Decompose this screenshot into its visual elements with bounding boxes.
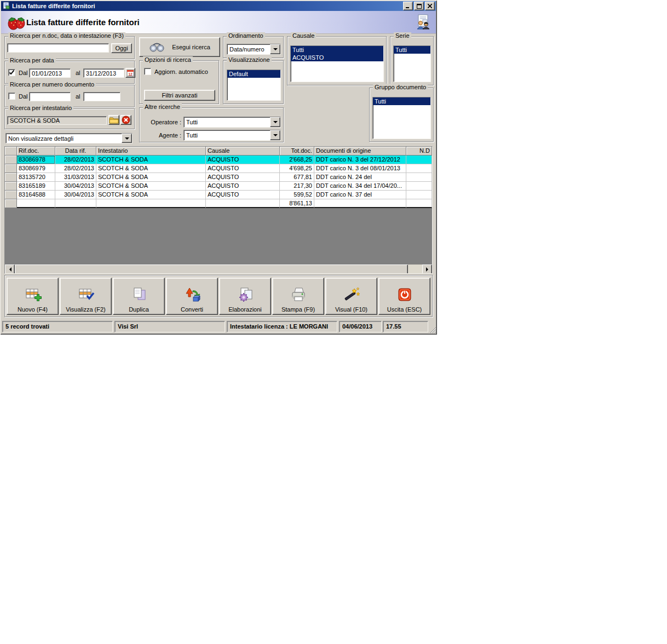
copy-icon [130, 285, 148, 304]
table-row[interactable]: 8308697928/02/2013SCOTCH & SODAACQUISTO4… [5, 164, 432, 173]
ordinamento-group-label: Ordinamento [227, 32, 265, 39]
browse-holder-button[interactable] [108, 115, 119, 125]
table-cell: DDT carico N. 37 del [314, 191, 406, 199]
ordinamento-combobox[interactable]: Data/numero [227, 44, 281, 55]
table-cell: 677,81 [280, 173, 314, 182]
row-header-cell[interactable] [5, 191, 17, 199]
list-item[interactable]: Tutti [373, 97, 430, 105]
table-row[interactable]: 8313572031/03/2013SCOTCH & SODAACQUISTO6… [5, 173, 432, 182]
column-header-tot-doc[interactable]: Tot.doc. [280, 147, 314, 156]
visualizzazione-group-label: Visualizzazione [227, 56, 272, 63]
toolbar-button-nuovo-f4[interactable]: Nuovo (F4) [7, 278, 59, 315]
column-header-rif-doc[interactable]: Rif.doc. [17, 147, 55, 156]
row-header-cell[interactable] [5, 173, 17, 182]
table-row[interactable]: 8316458830/04/2013SCOTCH & SODAACQUISTO5… [5, 191, 432, 199]
date-from-input[interactable] [29, 68, 71, 78]
row-header-cell[interactable] [5, 182, 17, 191]
auto-refresh-checkbox[interactable] [144, 68, 151, 75]
scrollbar-thumb[interactable] [15, 264, 408, 274]
agente-combobox[interactable]: Tutti [183, 130, 281, 141]
table-cell: DDT carico N. 3 del 27/12/2012 [314, 156, 406, 164]
row-header-cell[interactable] [5, 156, 17, 164]
column-header-causale[interactable]: Causale [206, 147, 280, 156]
table-cell [406, 182, 432, 191]
table-cell: 8'861,13 [280, 199, 314, 208]
date-to-input[interactable] [83, 68, 124, 78]
table-cell: DDT carico N. 24 del [314, 173, 406, 182]
column-header-documenti-di-origine[interactable]: Documenti di origine [314, 147, 406, 156]
page-title: Lista fatture differite fornitori [26, 18, 140, 27]
date-range-checkbox[interactable] [8, 69, 15, 76]
chevron-down-icon[interactable] [122, 134, 132, 143]
gruppo-documento-listbox[interactable]: Tutti [372, 97, 431, 139]
table-row[interactable]: 8'861,13 [5, 199, 432, 208]
search-doc-input[interactable] [7, 43, 109, 53]
chevron-down-icon[interactable] [270, 44, 280, 54]
row-header-cell[interactable] [5, 199, 17, 208]
calendar-icon: 12 [127, 69, 134, 77]
number-to-input[interactable] [83, 92, 120, 101]
esegui-ricerca-button[interactable]: Esegui ricerca [139, 37, 220, 57]
status-date: 04/06/2013 [339, 321, 382, 332]
list-item[interactable]: Tutti [394, 46, 430, 54]
calendar-button[interactable]: 12 [125, 68, 135, 78]
toolbar-button-visual-f10[interactable]: Visual (F10) [325, 278, 377, 315]
close-button[interactable] [425, 2, 435, 10]
clear-holder-button[interactable] [120, 115, 131, 125]
toolbar-button-converti[interactable]: Converti [166, 278, 218, 315]
visualizzazione-listbox[interactable]: Default [227, 70, 281, 101]
column-header-data-rif[interactable]: Data rif. [55, 147, 96, 156]
table-cell: 83164588 [17, 191, 55, 199]
number-dal-label: Dal [19, 93, 28, 100]
table-cell: 31/03/2013 [55, 173, 96, 182]
scrollbar-track[interactable] [408, 264, 422, 273]
list-item[interactable]: Default [227, 70, 280, 78]
toolbar-button-uscita-esc[interactable]: Uscita (ESC) [378, 278, 430, 315]
toolbar-button-elaborazioni[interactable]: Elaborazioni [219, 278, 271, 315]
number-from-input[interactable] [29, 92, 71, 101]
table-cell: 83086979 [17, 164, 55, 173]
list-item[interactable]: ACQUISTO [291, 54, 383, 61]
causale-listbox[interactable]: TuttiACQUISTO [290, 45, 384, 82]
minimize-button[interactable] [403, 2, 413, 10]
convert-icon [183, 285, 201, 304]
today-button[interactable]: Oggi [111, 43, 132, 53]
search-doc-group: Ricerca per n.doc, data o intestazione (… [4, 36, 135, 59]
list-item[interactable]: Tutti [291, 46, 383, 54]
number-range-checkbox[interactable] [8, 93, 15, 100]
filtri-avanzati-button[interactable]: Filtri avanzati [144, 90, 215, 101]
causale-group-label: Causale [291, 32, 316, 39]
horizontal-scrollbar[interactable] [5, 264, 432, 273]
customers-icon[interactable] [414, 14, 430, 31]
table-row[interactable]: 8316518930/04/2013SCOTCH & SODAACQUISTO2… [5, 182, 432, 191]
search-date-group: Ricerca per data Dal al 12 [4, 61, 135, 84]
grid-header-row: Rif.doc.Data rif.IntestatarioCausaleTot.… [5, 147, 432, 156]
resize-grip[interactable] [429, 326, 436, 334]
row-header-cell[interactable] [5, 164, 17, 173]
gruppo-documento-group-label: Gruppo documento [373, 84, 428, 90]
toolbar-button-label: Visual (F10) [335, 306, 367, 313]
search-number-group-label: Ricerca per numero documento [8, 81, 96, 88]
maximize-button[interactable] [414, 2, 424, 10]
table-cell: 83086978 [17, 156, 55, 164]
scroll-right-icon[interactable] [422, 264, 432, 274]
table-cell: 30/04/2013 [55, 191, 96, 199]
chevron-down-icon[interactable] [270, 130, 280, 140]
toolbar-button-stampa-f9[interactable]: Stampa (F9) [272, 278, 324, 315]
details-combobox[interactable]: Non visualizzare dettagli [5, 133, 133, 143]
serie-listbox[interactable]: Tutti [393, 45, 431, 82]
column-header-intestatario[interactable]: Intestatario [96, 147, 206, 156]
table-cell [96, 199, 206, 208]
table-row[interactable]: 8308697828/02/2013SCOTCH & SODAACQUISTO2… [5, 156, 432, 164]
column-header-n-d[interactable]: N.D [406, 147, 432, 156]
toolbar-button-duplica[interactable]: Duplica [113, 278, 165, 315]
grid-add-icon [24, 285, 42, 304]
table-cell: ACQUISTO [206, 156, 280, 164]
holder-input[interactable] [7, 116, 107, 125]
chevron-down-icon[interactable] [270, 117, 280, 127]
scroll-left-icon[interactable] [5, 264, 15, 274]
operatore-combobox[interactable]: Tutti [183, 117, 281, 128]
bottom-toolbar: Nuovo (F4)Visualizza (F2)DuplicaConverti… [4, 275, 433, 317]
altre-ricerche-group-label: Altre ricerche [143, 104, 182, 110]
toolbar-button-visualizza-f2[interactable]: Visualizza (F2) [60, 278, 112, 315]
